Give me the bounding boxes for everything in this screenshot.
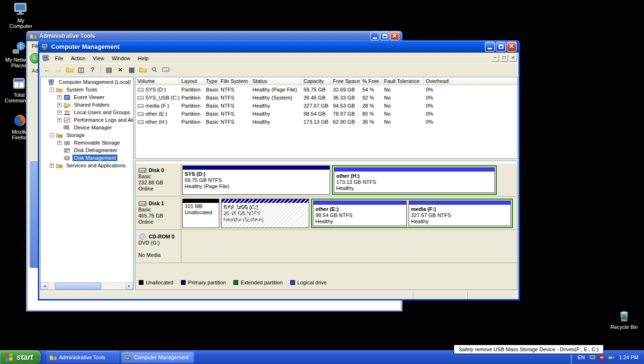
table-row[interactable]: other (E:)PartitionBasicNTFSHealthy98.54…: [135, 109, 517, 118]
menu-help[interactable]: Help: [134, 54, 152, 63]
column-header-layout[interactable]: Layout: [179, 77, 204, 85]
column-header-free-space[interactable]: Free Space: [331, 77, 360, 85]
taskbar-button-administrative-tools[interactable]: Administrative Tools: [46, 351, 119, 363]
minimize-button[interactable]: [370, 32, 379, 40]
desktop-icon-recycle-bin[interactable]: ♻Recycle Bin: [609, 308, 639, 330]
cdrom-icon: [138, 233, 147, 240]
mdi-minimize-button[interactable]: −: [491, 55, 499, 62]
scroll-left-button[interactable]: ◄: [41, 282, 48, 290]
properties-icon[interactable]: ▦: [126, 65, 137, 75]
removable-icon: [63, 140, 71, 146]
tree-expander-collapse[interactable]: -: [50, 133, 54, 137]
partition-sys-d[interactable]: SYS (D:)59.75 GB NTFSHealthy (Page File): [182, 165, 330, 195]
column-header-overhead[interactable]: Overhead: [424, 77, 453, 85]
back-icon[interactable]: ←: [42, 65, 52, 75]
table-cell: Basic: [204, 118, 219, 126]
table-cell: Partition: [179, 118, 204, 126]
performance-icon: [63, 117, 71, 123]
column-header-free[interactable]: % Free: [360, 77, 382, 85]
scrollbar-thumb[interactable]: [55, 282, 101, 290]
forward-icon[interactable]: →: [53, 65, 63, 75]
column-header-file-system[interactable]: File System: [219, 77, 250, 85]
tree-item-services-and-applications[interactable]: +Services and Applications: [41, 162, 133, 169]
open-folder-icon[interactable]: [138, 65, 148, 75]
disk-view-icon[interactable]: [161, 65, 171, 75]
tray-icon-alert[interactable]: [598, 354, 606, 361]
extended-partition-group: other (H:)173.13 GB NTFSHealthy: [332, 165, 497, 195]
tree-item-storage[interactable]: -Storage: [41, 131, 133, 139]
mdi-restore-button[interactable]: □: [500, 55, 508, 62]
close-button[interactable]: [507, 42, 517, 52]
up-level-icon[interactable]: [64, 65, 75, 75]
show-tree-icon[interactable]: ◫: [76, 65, 86, 75]
menu-view[interactable]: View: [89, 54, 108, 63]
tree-expander-expand[interactable]: +: [57, 141, 62, 145]
tree-item-disk-defragmenter[interactable]: Disk Defragmenter: [41, 146, 133, 154]
maximize-button[interactable]: [496, 42, 506, 52]
tree-expander-expand[interactable]: +: [57, 95, 62, 100]
minimize-button[interactable]: [485, 42, 495, 52]
partition-sys-usb-c[interactable]: SYS_USB (C:)39.45 GB NTFSHealthy (System…: [221, 199, 309, 228]
tree-item-event-viewer[interactable]: +Event Viewer: [41, 93, 133, 101]
menu-window[interactable]: Window: [108, 54, 134, 63]
partition-other-e[interactable]: other (E:)98.54 GB NTFSHealthy: [313, 200, 407, 226]
tree-expander-expand[interactable]: +: [57, 103, 62, 107]
language-indicator[interactable]: EN: [578, 355, 585, 360]
mdi-close-button[interactable]: ×: [509, 55, 517, 62]
menu-action[interactable]: Action: [67, 54, 89, 63]
tree-item-device-manager[interactable]: Device Manager: [41, 124, 133, 131]
disk-info[interactable]: Disk 0Basic232.88 GBOnline: [135, 164, 181, 196]
table-row[interactable]: SYS (D:)PartitionBasicNTFSHealthy (Page …: [135, 85, 517, 93]
tree-expander-expand[interactable]: +: [57, 110, 62, 115]
search-icon[interactable]: [149, 65, 160, 75]
table-cell: Healthy: [250, 101, 302, 109]
titlebar-computer-management[interactable]: Computer Management: [38, 40, 520, 53]
table-cell: SYS_USB (C:): [135, 93, 179, 101]
table-row[interactable]: media (F:)PartitionBasicNTFSHealthy327.6…: [135, 101, 517, 109]
column-header-fault-tolerance[interactable]: Fault Tolerance: [382, 77, 424, 85]
tree-expander-expand[interactable]: +: [50, 164, 54, 168]
disk-info[interactable]: Disk 1Basic465.75 GBOnline: [135, 197, 181, 229]
table-row[interactable]: SYS_USB (C:)PartitionBasicNTFSHealthy (S…: [135, 93, 517, 101]
export-list-icon[interactable]: ▤: [104, 65, 114, 75]
help-icon[interactable]: ?: [87, 65, 98, 75]
tray-icon-usb[interactable]: [608, 354, 615, 361]
table-cell: 62.90 GB: [331, 118, 360, 126]
partition-other-h[interactable]: other (H:)173.13 GB NTFSHealthy: [334, 167, 495, 193]
taskbar-button-computer-management[interactable]: Computer Management: [121, 351, 194, 363]
close-button[interactable]: [390, 32, 399, 40]
column-header-type[interactable]: Type: [204, 77, 219, 85]
tree-item-performance-logs-and-alerts[interactable]: +Performance Logs and Alerts: [41, 116, 133, 124]
column-header-capacity[interactable]: Capacity: [302, 77, 331, 85]
table-header-row: VolumeLayoutTypeFile SystemStatusCapacit…: [135, 77, 517, 85]
scroll-right-button[interactable]: ►: [125, 282, 133, 290]
tray-icon-display[interactable]: [589, 354, 596, 361]
scrollbar-track[interactable]: [48, 282, 125, 290]
tree-item-label: System Tools: [65, 86, 98, 93]
tree-item-shared-folders[interactable]: +Shared Folders: [41, 101, 133, 109]
tree-expander-collapse[interactable]: -: [50, 88, 54, 92]
disk-info[interactable]: CD-ROM 0DVD (G:) No Media: [135, 230, 181, 263]
partition-101-mb[interactable]: 101 MBUnallocated: [182, 199, 219, 228]
window-computer-management[interactable]: Computer Management FileActionViewWindow…: [38, 40, 520, 300]
tree-item-disk-management[interactable]: Disk Management: [41, 154, 133, 162]
column-header-status[interactable]: Status: [250, 77, 302, 85]
delete-icon[interactable]: ×: [115, 65, 125, 75]
table-cell: No: [382, 93, 424, 101]
legend-label: Logical drive: [297, 280, 327, 285]
column-header-volume[interactable]: Volume: [135, 77, 179, 85]
table-cell: media (F:): [135, 101, 179, 109]
tree-item-removable-storage[interactable]: +Removable Storage: [41, 139, 133, 146]
table-row[interactable]: other (H:)PartitionBasicNTFSHealthy173.1…: [135, 118, 517, 126]
tree-item-system-tools[interactable]: -System Tools: [41, 86, 133, 93]
tree-item-local-users-and-groups[interactable]: +Local Users and Groups: [41, 109, 133, 116]
tree-expander-expand[interactable]: +: [57, 118, 62, 122]
tree-item-computer-management-local[interactable]: Computer Management (Local): [41, 78, 133, 86]
desktop-icon-my-computer[interactable]: My Computer: [6, 1, 36, 29]
partition-media-f[interactable]: media (F:)327.67 GB NTFSHealthy: [409, 200, 511, 226]
horizontal-scrollbar[interactable]: ◄ ►: [41, 282, 133, 290]
menu-file[interactable]: File: [51, 54, 67, 63]
titlebar-administrative-tools[interactable]: Administrative Tools: [26, 31, 402, 41]
maximize-button[interactable]: [380, 32, 389, 40]
start-button[interactable]: start: [0, 350, 41, 364]
